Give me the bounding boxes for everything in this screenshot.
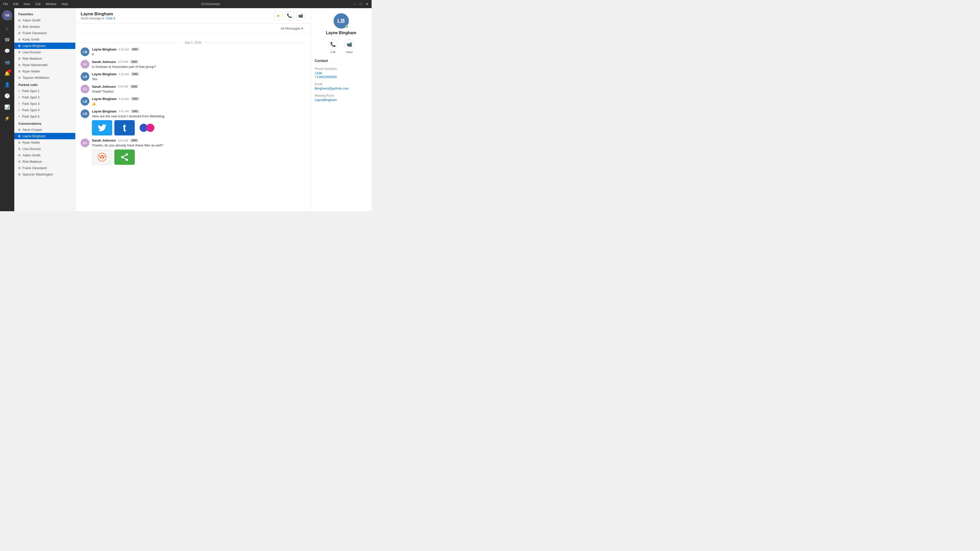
- sidebar-item-frank-cleveland[interactable]: Frank Cleveland: [14, 30, 75, 36]
- meeting-room-value[interactable]: LayneBingham: [315, 98, 368, 102]
- date-separator: Sep 2, 2020: [81, 41, 305, 44]
- sidebar-item-layne-bingham-fav[interactable]: Layne Bingham: [14, 43, 75, 49]
- nav-chat-button[interactable]: 💬: [2, 46, 12, 56]
- window-controls[interactable]: ─ □ ✕: [352, 2, 369, 6]
- nav-contacts-button[interactable]: 👤: [2, 79, 12, 90]
- video-label: Video: [346, 51, 353, 54]
- sidebar-item-ryan-noble-conv[interactable]: Ryan Noble: [14, 139, 75, 146]
- nav-analytics-button[interactable]: 📊: [2, 102, 12, 112]
- maximize-button[interactable]: □: [358, 2, 363, 6]
- svg-point-5: [99, 156, 100, 157]
- message-text: 9: [92, 52, 305, 57]
- sidebar-scroll: Favorites Adam Smith Bob Jensen Frank Cl…: [14, 8, 75, 211]
- status-indicator: [18, 26, 21, 28]
- message-badge: SMS: [131, 73, 139, 76]
- sidebar-item-label: Layne Bingham: [22, 44, 45, 48]
- sidebar-item-label: Taysom McMahon: [22, 76, 49, 79]
- avatar: SJ: [81, 60, 89, 68]
- send-to-label: Send message to: [81, 17, 104, 20]
- email-value[interactable]: lbingham@guthrie.com: [315, 86, 368, 90]
- contact-call-button[interactable]: 📞 Call: [328, 39, 338, 54]
- contact-name: Layne Bingham: [315, 30, 368, 35]
- message-badge: SMS: [130, 85, 138, 88]
- message-text: Is Grisham & Associates part of that gro…: [92, 64, 305, 69]
- title-bar: File Edit View Call Window Help GoToConn…: [0, 0, 372, 8]
- phone-numbers-label: Phone Numbers: [315, 67, 368, 71]
- sidebar-item-spencer-washington[interactable]: Spencer Washington: [14, 171, 75, 178]
- sidebar-item-label: Karly Smith: [22, 38, 39, 41]
- sidebar-item-ryan-noble[interactable]: Ryan Noble: [14, 68, 75, 75]
- minimize-button[interactable]: ─: [352, 2, 357, 6]
- sidebar-item-park-spot-1[interactable]: P Park Spot 1: [14, 88, 75, 94]
- phone-number-2[interactable]: +13852055082: [315, 75, 368, 79]
- sidebar-item-lisa-duncan-conv[interactable]: Lisa Duncan: [14, 146, 75, 152]
- phone-number-1[interactable]: 1168: [315, 71, 368, 75]
- nav-home-button[interactable]: ⌂: [2, 24, 12, 34]
- park-icon: P: [18, 115, 20, 118]
- contact-video-button[interactable]: 📹 Video: [344, 39, 355, 54]
- sidebar-item-frank-cleveland-conv[interactable]: Frank Cleveland: [14, 165, 75, 171]
- nav-integrations-button[interactable]: ⚡: [2, 113, 12, 124]
- chat-channel-selector[interactable]: Send message to Chat ▾: [81, 17, 115, 20]
- messages-filter: All Messages ▾: [76, 24, 310, 34]
- sidebar-item-bob-jensen[interactable]: Bob Jensen: [14, 24, 75, 30]
- video-button[interactable]: 📹: [296, 11, 305, 21]
- message-header: Sarah Johnson 9:43 AM SMS: [92, 138, 305, 142]
- sidebar-item-ryan-macdonald[interactable]: Ryan Macdonald: [14, 62, 75, 68]
- menu-edit[interactable]: Edit: [12, 2, 19, 6]
- menu-window[interactable]: Window: [45, 2, 58, 6]
- message-row: LB Layne Bingham 9:34 AM SMS 👍: [81, 97, 305, 106]
- message-header: Layne Bingham 9:33 AM SMS: [92, 48, 305, 51]
- sidebar-item-karly-smith[interactable]: Karly Smith: [14, 36, 75, 43]
- park-icon: P: [18, 89, 20, 93]
- sidebar-item-label: Park Spot 4: [22, 108, 40, 112]
- sidebar-item-park-spot-3[interactable]: P Park Spot 3: [14, 100, 75, 107]
- sidebar-item-rob-madison[interactable]: Rob Madison: [14, 56, 75, 62]
- message-header: Layne Bingham 9:42 AM SMS: [92, 110, 305, 113]
- sidebar-item-label: Park Spot 2: [22, 95, 40, 99]
- sidebar-item-alicia-cooper[interactable]: Alicia Cooper: [14, 127, 75, 133]
- t-icon-image: t: [115, 120, 135, 135]
- sidebar-item-adam-smith[interactable]: Adam Smith: [14, 17, 75, 24]
- avatar: LB: [81, 97, 89, 106]
- channel-dropdown[interactable]: Chat ▾: [106, 17, 115, 20]
- status-indicator: [18, 70, 21, 73]
- nav-voicemail-button[interactable]: 🔔 1: [2, 68, 12, 79]
- sidebar-item-lisa-duncan[interactable]: Lisa Duncan: [14, 49, 75, 56]
- message-time: 9:34 AM: [119, 97, 129, 100]
- sidebar-item-park-spot-4[interactable]: P Park Spot 4: [14, 107, 75, 113]
- message-text: Great! Thanks!: [92, 89, 305, 94]
- nav-history-button[interactable]: 🕐: [2, 91, 12, 101]
- nav-video-button[interactable]: 📹: [2, 57, 12, 67]
- menu-file[interactable]: File: [2, 2, 9, 6]
- menu-bar[interactable]: File Edit View Call Window Help: [2, 2, 69, 6]
- all-messages-filter[interactable]: All Messages ▾: [279, 25, 305, 32]
- circles-image: [137, 120, 157, 135]
- call-button[interactable]: 📞: [285, 11, 294, 21]
- svg-line-10: [123, 158, 126, 159]
- star-button[interactable]: ★: [274, 11, 283, 21]
- message-sender: Layne Bingham: [92, 72, 117, 76]
- sidebar-item-label: Park Spot 3: [22, 102, 40, 106]
- nav-phone-button[interactable]: ☎: [2, 35, 12, 45]
- menu-call[interactable]: Call: [34, 2, 41, 6]
- avatar: LB: [81, 72, 89, 81]
- user-avatar[interactable]: YA: [2, 10, 12, 21]
- message-time: 9:43 AM: [118, 139, 128, 142]
- menu-help[interactable]: Help: [60, 2, 69, 6]
- sidebar-item-park-spot-5[interactable]: P Park Spot 5: [14, 113, 75, 120]
- message-time: 9:33 AM: [119, 48, 129, 51]
- menu-view[interactable]: View: [22, 2, 31, 6]
- nav-sidebar: YA ⌂ ☎ 💬 📹 🔔 1 👤 🕐 📊 ⚡ ⊞ ⚙: [0, 8, 14, 211]
- sidebar-item-rob-madison-conv[interactable]: Rob Madison: [14, 159, 75, 165]
- message-time: 9:33 AM: [119, 73, 129, 76]
- status-indicator: [18, 77, 21, 79]
- sidebar-item-park-spot-2[interactable]: P Park Spot 2: [14, 94, 75, 100]
- sidebar-item-layne-bingham-conv[interactable]: Layne Bingham: [14, 133, 75, 139]
- phone-numbers-field: Phone Numbers 1168 +13852055082: [315, 67, 368, 79]
- sidebar-item-adam-smith-conv[interactable]: Adam Smith: [14, 152, 75, 159]
- close-button[interactable]: ✕: [364, 2, 369, 6]
- sidebar-item-label: Ryan Noble: [22, 69, 40, 73]
- chevron-down-icon: ▾: [301, 27, 303, 30]
- sidebar-item-taysom-mcmahon[interactable]: Taysom McMahon: [14, 75, 75, 81]
